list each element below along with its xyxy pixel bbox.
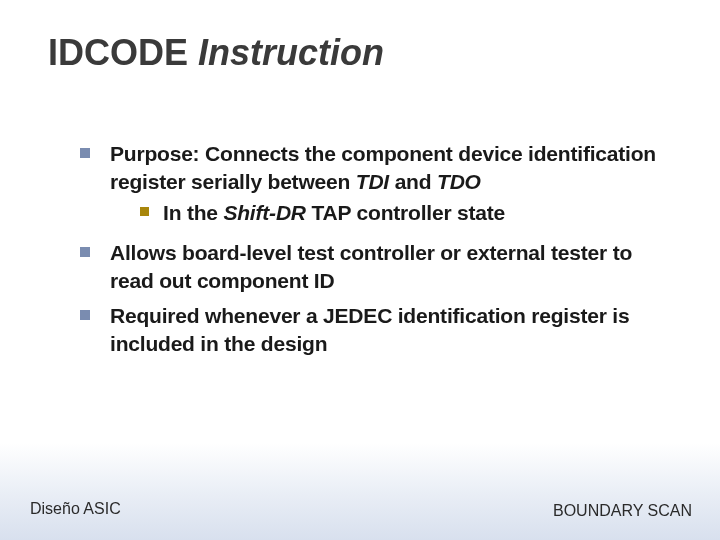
text-run: TAP controller state — [306, 201, 505, 224]
text-run: and — [389, 170, 437, 193]
bullet-item: Allows board-level test controller or ex… — [80, 239, 660, 296]
bullet-marker-icon — [80, 310, 90, 320]
title-word-2: Instruction — [198, 32, 384, 73]
text-run-italic: Shift-DR — [223, 201, 305, 224]
bullet-text: Allows board-level test controller or ex… — [110, 239, 660, 296]
bullet-text: Purpose: Connects the component device i… — [110, 140, 660, 233]
bullet-marker-icon — [80, 247, 90, 257]
slide: IDCODE Instruction Purpose: Connects the… — [0, 0, 720, 540]
text-run: Required whenever a JEDEC identification… — [110, 304, 629, 355]
bullet-marker-icon — [80, 148, 90, 158]
text-run-italic: TDO — [437, 170, 481, 193]
sub-bullet-marker-icon — [140, 207, 149, 216]
text-run: In the — [163, 201, 223, 224]
sub-bullet-item: In the Shift-DR TAP controller state — [140, 199, 660, 227]
text-run-italic: TDI — [356, 170, 389, 193]
bullet-text: Required whenever a JEDEC identification… — [110, 302, 660, 359]
footer-right: BOUNDARY SCAN — [553, 502, 692, 520]
text-run: Allows board-level test controller or ex… — [110, 241, 632, 292]
bullet-item: Purpose: Connects the component device i… — [80, 140, 660, 233]
footer-left: Diseño ASIC — [30, 500, 121, 518]
bullet-item: Required whenever a JEDEC identification… — [80, 302, 660, 359]
sub-bullet-text: In the Shift-DR TAP controller state — [163, 199, 505, 227]
slide-content: Purpose: Connects the component device i… — [80, 140, 660, 364]
title-word-1: IDCODE — [48, 32, 188, 73]
slide-title: IDCODE Instruction — [48, 32, 384, 74]
